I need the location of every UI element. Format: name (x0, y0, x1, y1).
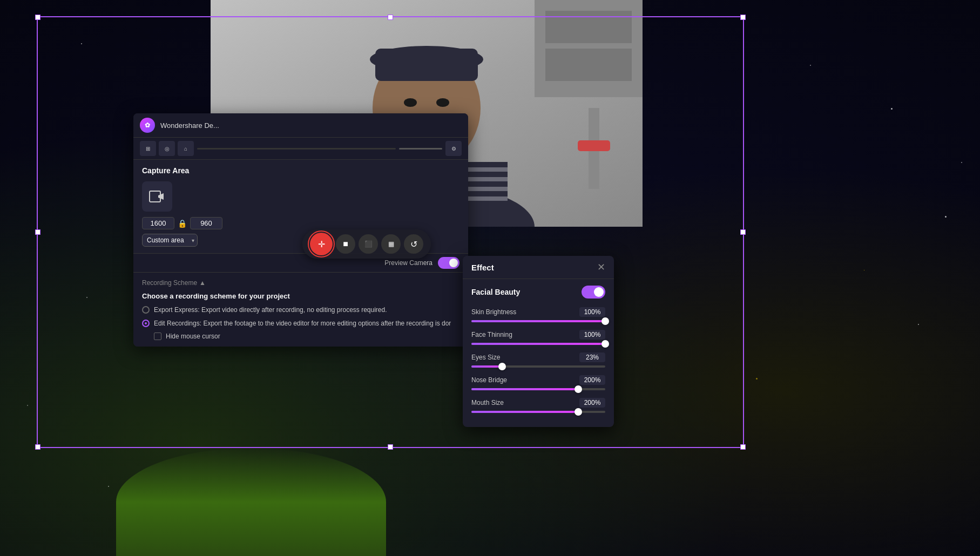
face-thinning-thumb[interactable] (601, 340, 609, 348)
skin-brightness-row: Skin Brightness 100% (471, 307, 605, 322)
toolbar-btn-2[interactable]: ◎ (159, 141, 175, 156)
svg-rect-3 (545, 11, 632, 43)
eyes-size-fill (471, 365, 502, 368)
capture-area-button[interactable] (142, 181, 172, 212)
skin-brightness-label-row: Skin Brightness 100% (471, 307, 605, 317)
mouth-size-track[interactable] (471, 411, 605, 413)
svg-rect-14 (375, 49, 478, 81)
star-decoration (891, 108, 893, 110)
facial-beauty-label: Facial Beauty (471, 288, 520, 296)
svg-rect-19 (578, 140, 610, 151)
record-highlight-border (308, 230, 335, 257)
skin-brightness-value: 100% (579, 307, 605, 317)
mouth-size-thumb[interactable] (575, 408, 582, 416)
svg-point-15 (404, 98, 417, 107)
hide-mouse-label: Hide mouse cursor (166, 333, 220, 340)
radio-export-express[interactable] (142, 306, 150, 314)
effect-header: Effect ✕ (463, 256, 614, 279)
recording-scheme-toggle[interactable]: Recording Scheme ▲ (142, 279, 206, 287)
star-decoration (864, 270, 864, 270)
mouth-size-label-row: Mouth Size 200% (471, 398, 605, 408)
choose-scheme-title: Choose a recording scheme for your proje… (142, 292, 459, 300)
effect-title: Effect (471, 263, 494, 272)
star-decoration (961, 162, 962, 163)
effect-panel: Effect ✕ Facial Beauty Skin Brightness 1… (463, 256, 614, 427)
eyes-size-label-row: Eyes Size 23% (471, 352, 605, 362)
star-decoration (918, 324, 919, 325)
hill-silhouette (116, 448, 386, 556)
skin-brightness-track[interactable] (471, 320, 605, 322)
eyes-size-label: Eyes Size (471, 354, 500, 361)
preview-camera-toggle[interactable] (438, 257, 459, 269)
mouth-size-label: Mouth Size (471, 399, 504, 406)
stop-icon: ■ (343, 239, 348, 249)
refresh-button[interactable]: ↺ (404, 234, 423, 254)
mouth-size-value: 200% (579, 398, 605, 408)
radio-option-edit-recordings[interactable]: Edit Recordings: Export the footage to t… (142, 319, 459, 328)
star-decoration (810, 65, 811, 66)
svg-rect-4 (545, 49, 632, 81)
star-decoration (86, 297, 87, 298)
facial-beauty-row: Facial Beauty (471, 286, 605, 299)
edit-recordings-label: Edit Recordings: Export the footage to t… (154, 319, 451, 328)
lock-icon: 🔒 (178, 219, 187, 228)
star-decoration (945, 216, 947, 218)
layout-button[interactable]: ▦ (381, 234, 401, 254)
capture-icon (148, 188, 166, 205)
face-thinning-value: 100% (579, 330, 605, 340)
recording-scheme-section: Recording Scheme ▲ Choose a recording sc… (133, 272, 468, 347)
face-thinning-label-row: Face Thinning 100% (471, 330, 605, 340)
record-btn-container: ✛ (310, 233, 333, 255)
eyes-size-row: Eyes Size 23% (471, 352, 605, 368)
hide-mouse-row: Hide mouse cursor (154, 333, 459, 340)
effect-close-button[interactable]: ✕ (597, 262, 605, 272)
sub-toolbar: ⊞ ◎ ⌂ ⚙ (133, 138, 468, 160)
progress-bar (197, 148, 396, 150)
floating-toolbar: ✛ ■ ⬛ ▦ ↺ (302, 229, 431, 259)
width-input[interactable]: 1600 (142, 217, 174, 229)
eyes-size-thumb[interactable] (498, 363, 506, 370)
stop-button[interactable]: ■ (336, 234, 355, 254)
nose-bridge-track[interactable] (471, 388, 605, 390)
hide-mouse-checkbox[interactable] (154, 333, 161, 340)
facial-beauty-toggle[interactable] (582, 286, 605, 299)
layout-icon: ▦ (388, 240, 394, 248)
nose-bridge-row: Nose Bridge 200% (471, 375, 605, 390)
face-thinning-fill (471, 343, 605, 345)
recording-scheme-label: Recording Scheme (142, 279, 197, 287)
face-thinning-track[interactable] (471, 343, 605, 345)
nose-bridge-label: Nose Bridge (471, 376, 507, 384)
eyes-size-value: 23% (579, 352, 605, 362)
mouth-size-fill (471, 411, 578, 413)
skin-brightness-label: Skin Brightness (471, 308, 516, 316)
custom-area-dropdown-container: Custom area Full Screen Window ▾ (142, 234, 198, 247)
skin-brightness-thumb[interactable] (601, 317, 609, 325)
skin-brightness-fill (471, 320, 605, 322)
star-decoration (81, 43, 82, 44)
nose-bridge-fill (471, 388, 578, 390)
app-logo: ✿ (140, 118, 155, 133)
mouth-size-row: Mouth Size 200% (471, 398, 605, 413)
scheme-header: Recording Scheme ▲ (142, 279, 459, 287)
dimensions-row: 1600 🔒 960 (142, 217, 459, 229)
title-bar: ✿ Wondershare De... (133, 113, 468, 138)
star-decoration (108, 486, 109, 487)
nose-bridge-label-row: Nose Bridge 200% (471, 375, 605, 385)
toolbar-btn-4[interactable]: ⚙ (445, 141, 462, 156)
camera-button[interactable]: ⬛ (359, 234, 378, 254)
app-title: Wondershare De... (160, 121, 219, 130)
radio-edit-recordings[interactable] (142, 320, 150, 327)
custom-area-dropdown[interactable]: Custom area Full Screen Window (142, 234, 198, 247)
height-input[interactable]: 960 (190, 217, 222, 229)
star-decoration (756, 378, 758, 379)
radio-option-export-express[interactable]: Export Express: Export video directly af… (142, 306, 459, 315)
eyes-size-track[interactable] (471, 365, 605, 368)
scheme-arrow: ▲ (199, 279, 206, 287)
toolbar-btn-3[interactable]: ⌂ (178, 141, 194, 156)
nose-bridge-thumb[interactable] (575, 385, 582, 393)
face-thinning-label: Face Thinning (471, 331, 512, 338)
toolbar-icons-left: ⊞ ◎ ⌂ (140, 141, 194, 156)
star-decoration (27, 405, 28, 406)
toolbar-btn-1[interactable]: ⊞ (140, 141, 156, 156)
capture-area-title: Capture Area (142, 166, 459, 175)
